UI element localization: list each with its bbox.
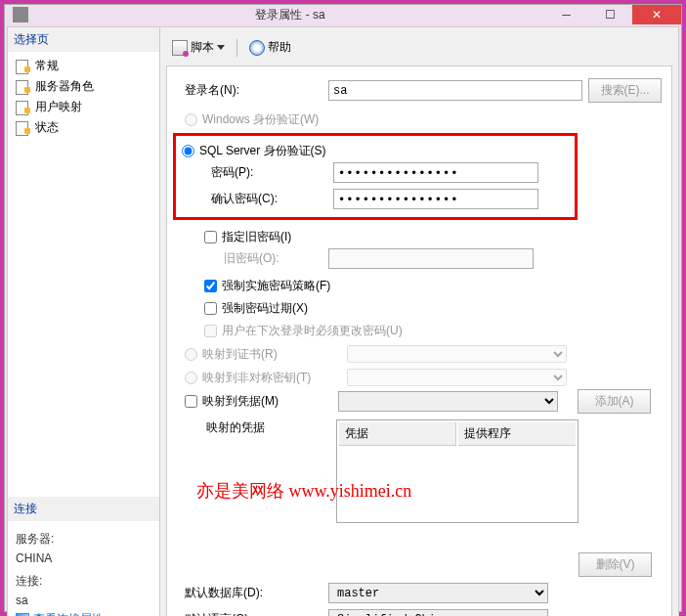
- password-label: 密码(P):: [182, 164, 333, 181]
- map-asym-select: [347, 369, 567, 386]
- page-icon: [16, 101, 31, 114]
- map-cred-checkbox[interactable]: [185, 395, 197, 408]
- page-icon: [16, 60, 31, 73]
- chevron-down-icon: [217, 45, 225, 50]
- default-lang-select[interactable]: Simplified Chinese: [328, 609, 548, 616]
- must-change-label: 用户在下次登录时必须更改密码(U): [222, 323, 403, 339]
- login-input[interactable]: [328, 80, 582, 101]
- old-password-input: [328, 248, 534, 269]
- conn-label: 连接:: [12, 571, 155, 592]
- specify-old-label: 指定旧密码(I): [222, 229, 291, 245]
- search-button[interactable]: 搜索(E)...: [588, 78, 662, 103]
- maximize-button[interactable]: ☐: [588, 5, 632, 24]
- map-asym-radio: [185, 372, 197, 384]
- password-input[interactable]: [333, 162, 538, 183]
- view-conn-props-link[interactable]: 查看连接属性: [33, 611, 104, 616]
- default-lang-label: 默认语言(G):: [177, 611, 328, 616]
- map-cert-radio: [185, 348, 197, 361]
- sidebar-item-general[interactable]: 常规: [12, 56, 155, 76]
- window-controls: ─ ☐ ✕: [544, 5, 681, 24]
- win-auth-radio: [185, 113, 197, 126]
- map-cred-label: 映射到凭据(M): [202, 393, 338, 410]
- specify-old-checkbox[interactable]: [204, 231, 217, 243]
- server-value: CHINA: [12, 550, 155, 567]
- default-db-label: 默认数据库(D):: [177, 585, 328, 601]
- toolbar: 脚本 帮助: [166, 33, 672, 66]
- separator: [236, 39, 237, 57]
- sidebar: 选择页 常规 服务器角色 用户映射 状态 连接 服务器: CHINA 连接: s…: [8, 27, 160, 616]
- page-icon: [16, 121, 31, 135]
- watermark: 亦是美网络 www.yishimei.cn: [196, 479, 411, 503]
- connection-info: 服务器: CHINA 连接: sa 查看连接属性: [8, 521, 159, 616]
- dialog-window: 登录属性 - sa ─ ☐ ✕ 选择页 常规 服务器角色 用户映射 状态 连接 …: [4, 4, 682, 612]
- sql-auth-label: SQL Server 身份验证(S): [199, 143, 326, 159]
- enforce-expire-label: 强制密码过期(X): [222, 300, 308, 317]
- script-icon: [172, 40, 188, 56]
- minimize-button[interactable]: ─: [544, 5, 588, 24]
- map-cred-select[interactable]: [338, 391, 558, 412]
- page-icon: [16, 80, 31, 94]
- login-label: 登录名(N):: [177, 82, 328, 99]
- titlebar: 登录属性 - sa ─ ☐ ✕: [5, 5, 681, 24]
- highlight-box: SQL Server 身份验证(S) 密码(P): 确认密码(C):: [173, 133, 578, 220]
- confirm-password-input[interactable]: [333, 189, 538, 209]
- page-list: 常规 服务器角色 用户映射 状态: [8, 52, 159, 497]
- must-change-checkbox: [204, 325, 217, 337]
- close-button[interactable]: ✕: [632, 5, 681, 24]
- script-button[interactable]: 脚本: [168, 37, 229, 58]
- help-icon: [249, 40, 265, 56]
- app-icon: [13, 7, 28, 22]
- enforce-policy-checkbox[interactable]: [204, 280, 217, 292]
- sidebar-item-status[interactable]: 状态: [12, 117, 155, 138]
- form-area: 登录名(N): 搜索(E)... Windows 身份验证(W) SQL Ser…: [166, 66, 672, 616]
- content-area: 选择页 常规 服务器角色 用户映射 状态 连接 服务器: CHINA 连接: s…: [7, 26, 679, 616]
- enforce-policy-label: 强制实施密码策略(F): [222, 278, 330, 294]
- credentials-table[interactable]: 凭据 提供程序: [336, 419, 579, 523]
- sidebar-item-user-mapping[interactable]: 用户映射: [12, 97, 155, 117]
- delete-button[interactable]: 删除(V): [579, 552, 652, 577]
- sql-auth-radio[interactable]: [182, 145, 194, 157]
- confirm-password-label: 确认密码(C):: [182, 191, 333, 207]
- map-cert-select: [347, 345, 567, 363]
- select-page-header: 选择页: [8, 27, 159, 52]
- enforce-expire-checkbox[interactable]: [204, 302, 217, 315]
- cred-col-header: 凭据: [339, 422, 456, 446]
- map-cert-label: 映射到证书(R): [202, 346, 342, 363]
- win-auth-label: Windows 身份验证(W): [202, 111, 319, 128]
- help-button[interactable]: 帮助: [245, 37, 295, 58]
- properties-icon: [16, 613, 29, 617]
- add-button[interactable]: 添加(A): [578, 389, 651, 414]
- main-panel: 脚本 帮助 登录名(N): 搜索(E)... Wi: [160, 27, 678, 616]
- map-asym-label: 映射到非对称密钥(T): [202, 370, 342, 386]
- mapped-cred-label: 映射的凭据: [177, 419, 336, 436]
- provider-col-header: 提供程序: [458, 422, 576, 446]
- default-db-select[interactable]: master: [328, 583, 548, 603]
- server-label: 服务器:: [12, 529, 155, 550]
- window-title: 登录属性 - sa: [36, 7, 544, 23]
- sidebar-item-server-roles[interactable]: 服务器角色: [12, 76, 155, 97]
- old-password-label: 旧密码(O):: [177, 250, 328, 267]
- conn-value: sa: [12, 592, 155, 609]
- view-conn-props-row: 查看连接属性: [12, 609, 155, 616]
- connection-header: 连接: [8, 497, 159, 521]
